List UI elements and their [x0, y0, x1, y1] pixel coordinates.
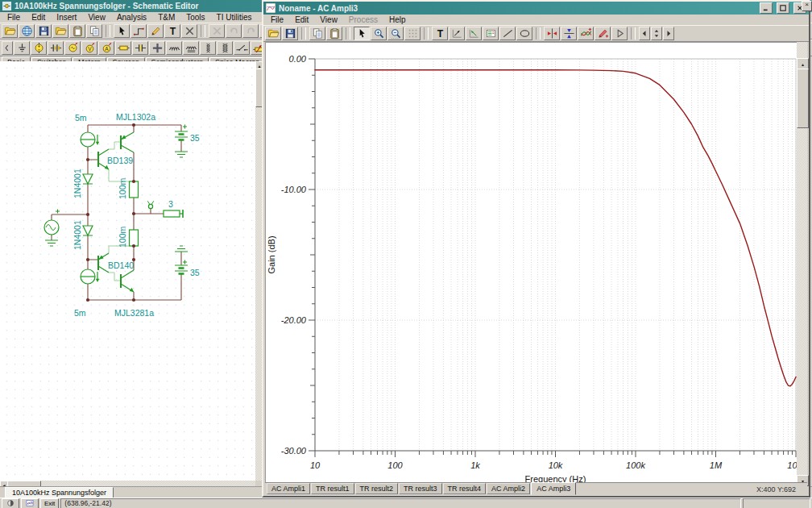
menu-file[interactable]: File — [265, 15, 289, 24]
menu-file[interactable]: File — [2, 13, 26, 22]
save-button[interactable] — [35, 24, 52, 38]
cut-button[interactable] — [209, 24, 225, 38]
tab-ac-ampli3[interactable]: AC Ampli3 — [531, 482, 576, 495]
prev-page-button[interactable] — [639, 27, 650, 40]
battery-tool[interactable] — [48, 41, 64, 55]
cursor-a-button[interactable] — [449, 27, 465, 40]
menu-help[interactable]: Help — [383, 15, 412, 24]
toolbar-separator — [424, 27, 429, 40]
menu-view[interactable]: View — [314, 15, 343, 24]
diode-1n4001-bottom[interactable] — [83, 226, 93, 235]
cursor-b-button[interactable] — [466, 27, 482, 40]
wires[interactable] — [52, 125, 181, 300]
marker-button[interactable] — [594, 27, 611, 40]
junction-tool[interactable] — [149, 41, 165, 55]
x-cursor-button[interactable] — [544, 27, 560, 40]
legend-button[interactable] — [483, 27, 499, 40]
menu-ti-utilities[interactable]: TI Utilities — [211, 13, 258, 22]
transistor-mjl1302a[interactable] — [121, 132, 134, 152]
coupled-inductor-tool[interactable] — [200, 41, 216, 55]
save-button[interactable] — [282, 27, 298, 40]
menu-t-m[interactable]: T&M — [152, 13, 180, 22]
plot-area[interactable]: 0.00-10.00-20.00-30.00101001k10k100k1M10… — [265, 42, 801, 487]
delete-tool-button[interactable] — [181, 24, 197, 38]
minimize-button[interactable] — [760, 2, 773, 14]
app-close-button[interactable]: × — [802, 1, 812, 11]
toolbar-overflow-button[interactable] — [2, 41, 13, 55]
menu-edit[interactable]: Edit — [289, 15, 314, 24]
open-button[interactable] — [265, 27, 281, 40]
resistor-load[interactable] — [164, 210, 183, 217]
zoom-in-button[interactable] — [371, 27, 387, 40]
voltmeter-tool[interactable]: V — [81, 41, 97, 55]
inductor-tool[interactable] — [166, 41, 182, 55]
tab-ac-ampli1[interactable]: AC Ampli1 — [267, 483, 310, 494]
page-spinner[interactable] — [651, 27, 662, 40]
schematic-canvas[interactable]: 5mMJL1302a35BD1391N4001100m31N4001100mBD… — [0, 61, 255, 481]
component-label: MJL1302a — [116, 112, 155, 122]
tab-tr-result1[interactable]: TR result1 — [311, 483, 354, 494]
open-macro-button[interactable] — [19, 24, 35, 38]
resistor-100m-top[interactable] — [130, 181, 139, 198]
y-cursor-button[interactable] — [561, 27, 577, 40]
inductor-core-tool[interactable] — [183, 41, 199, 55]
diode-1n4001-top[interactable] — [83, 174, 93, 184]
capacitor-tool[interactable] — [132, 41, 148, 55]
menu-analysis[interactable]: Analysis — [111, 13, 152, 22]
next-page-button[interactable] — [663, 27, 674, 40]
zoom-out-button[interactable] — [387, 27, 404, 40]
select-tool-button[interactable] — [354, 27, 370, 40]
pencil-tool-button[interactable] — [147, 24, 164, 38]
switch-tool[interactable] — [234, 41, 250, 55]
toolbar-separator — [346, 27, 350, 40]
paste-button[interactable] — [69, 24, 85, 38]
menu-view[interactable]: View — [82, 13, 111, 22]
plot-vscroll-thumb[interactable] — [797, 69, 809, 128]
import-button[interactable] — [52, 24, 68, 38]
menu-edit[interactable]: Edit — [26, 13, 51, 22]
menu-tools[interactable]: Tools — [180, 13, 210, 22]
plot-scroll-up-button[interactable]: ▴ — [797, 58, 809, 69]
maximize-button[interactable] — [777, 2, 789, 14]
plot-vscrollbar[interactable]: ▴ ▾ — [797, 42, 807, 486]
paste-button[interactable] — [326, 27, 342, 40]
line-tool-button[interactable] — [499, 27, 516, 40]
menu-process[interactable]: Process — [343, 15, 383, 24]
grid-toggle-button[interactable] — [404, 27, 420, 40]
voltage-source-tool[interactable] — [31, 41, 47, 55]
tab-tr-result3[interactable]: TR result3 — [399, 483, 442, 494]
diagram-status-button[interactable] — [21, 498, 39, 508]
exit-button[interactable]: Exit — [40, 498, 59, 508]
tab-tr-result2[interactable]: TR result2 — [355, 483, 399, 494]
generator-tool[interactable] — [64, 41, 81, 55]
autoscale-button[interactable] — [611, 27, 628, 40]
copy-button[interactable] — [309, 27, 325, 40]
curves-button[interactable] — [578, 27, 594, 40]
open-button[interactable] — [2, 24, 18, 38]
copy-button[interactable] — [86, 24, 102, 38]
sheet-tab[interactable]: 10A100kHz Spannungsfolger — [5, 487, 114, 498]
current-source-top[interactable] — [81, 132, 99, 147]
resistor-100m-bottom[interactable] — [130, 230, 139, 246]
ellipse-tool-button[interactable] — [516, 27, 532, 40]
voltage-probe[interactable] — [147, 201, 154, 208]
redo-button[interactable] — [242, 24, 259, 38]
transistor-mjl3281a[interactable] — [121, 270, 134, 292]
select-tool-button[interactable] — [114, 24, 130, 38]
text-tool-button[interactable]: T — [164, 24, 180, 38]
schematic-vscrollbar[interactable]: ▴ — [255, 61, 262, 481]
gain-frequency-chart: 0.00-10.00-20.00-30.00101001k10k100k1M10… — [266, 43, 801, 487]
tab-ac-ampli2[interactable]: AC Ampli2 — [487, 483, 530, 494]
diagram-titlebar[interactable]: Noname - AC Ampli3 — [263, 2, 809, 15]
ground-tool[interactable] — [14, 41, 30, 55]
tab-tr-result4[interactable]: TR result4 — [443, 483, 487, 494]
ammeter-tool[interactable]: A — [98, 41, 114, 55]
undo-button[interactable] — [226, 24, 242, 38]
wire-tool-button[interactable] — [130, 24, 147, 38]
current-source-bottom[interactable] — [81, 269, 99, 284]
analysis-status-button[interactable] — [2, 498, 19, 508]
menu-insert[interactable]: Insert — [51, 13, 82, 22]
resistor-tool[interactable] — [115, 41, 131, 55]
text-tool-button[interactable]: T — [432, 27, 448, 40]
relay-tool[interactable] — [217, 41, 233, 55]
